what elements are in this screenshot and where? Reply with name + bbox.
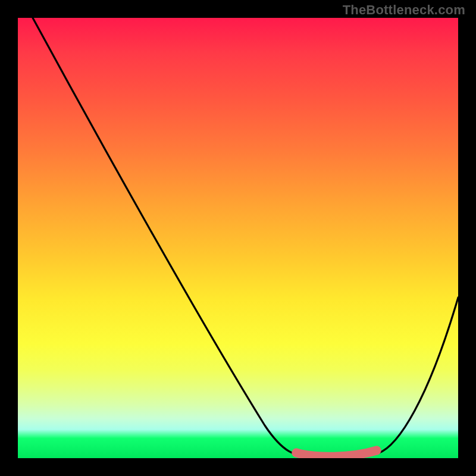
bottleneck-curve [33, 18, 458, 457]
marker-dot-end [372, 446, 381, 455]
watermark-text: TheBottleneck.com [343, 2, 465, 18]
chart-frame: TheBottleneck.com [0, 0, 476, 476]
marker-range [296, 450, 377, 456]
gradient-plot-area [18, 18, 458, 458]
plot-svg [18, 18, 458, 458]
